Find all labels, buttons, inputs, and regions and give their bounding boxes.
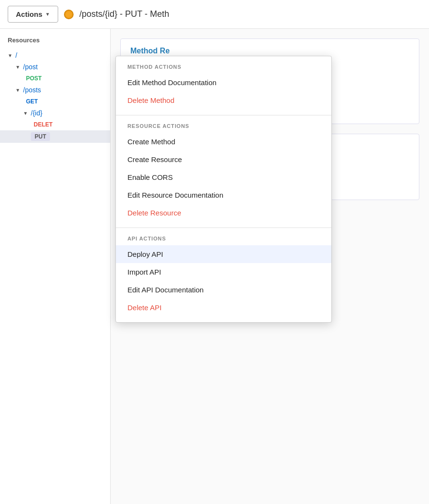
chevron-down-icon: ▼: [23, 111, 29, 116]
sidebar-item-posts[interactable]: ▼ /posts: [0, 84, 110, 96]
actions-dropdown: METHOD ACTIONS Edit Method Documentation…: [115, 56, 332, 323]
chevron-down-icon: ▼: [15, 64, 21, 70]
edit-resource-documentation-button[interactable]: Edit Resource Documentation: [116, 186, 331, 204]
delete-api-button[interactable]: Delete API: [116, 299, 331, 316]
delete-resource-button[interactable]: Delete Resource: [116, 204, 331, 222]
sidebar-item-label: /post: [23, 63, 38, 71]
sidebar-item-post[interactable]: ▼ /post: [0, 61, 110, 73]
sidebar-item-label: /{id}: [31, 109, 42, 117]
method-request-title: Method Re: [130, 47, 409, 55]
sidebar-item-root[interactable]: ▼ /: [0, 50, 110, 61]
status-dot-icon: [64, 10, 74, 19]
edit-api-documentation-button[interactable]: Edit API Documentation: [116, 281, 331, 299]
method-badge-delete: DELET: [31, 121, 55, 128]
method-badge-get: GET: [23, 98, 41, 105]
chevron-down-icon: ▼: [15, 88, 21, 93]
actions-button[interactable]: Actions ▼: [8, 6, 58, 23]
delete-method-button[interactable]: Delete Method: [116, 91, 331, 109]
page-title: /posts/{id} - PUT - Meth: [79, 9, 169, 19]
enable-cors-button[interactable]: Enable CORS: [116, 168, 331, 186]
main-content: Resources ▼ / ▼ /post POST ▼ /posts: [0, 29, 429, 504]
actions-label: Actions: [16, 10, 42, 18]
resource-actions-section: RESOURCE ACTIONS Create Method Create Re…: [116, 115, 331, 228]
create-method-button[interactable]: Create Method: [116, 133, 331, 151]
method-actions-title: METHOD ACTIONS: [116, 62, 331, 74]
create-resource-button[interactable]: Create Resource: [116, 151, 331, 168]
chevron-down-icon: ▼: [8, 53, 13, 58]
import-api-button[interactable]: Import API: [116, 263, 331, 281]
sidebar: Resources ▼ / ▼ /post POST ▼ /posts: [0, 29, 111, 504]
deploy-api-button[interactable]: Deploy API: [116, 245, 331, 263]
api-actions-title: API ACTIONS: [116, 234, 331, 245]
sidebar-item-delete-method[interactable]: DELET: [0, 119, 110, 130]
method-badge-post: POST: [23, 75, 45, 82]
method-badge-put: PUT: [31, 132, 50, 141]
edit-method-documentation-button[interactable]: Edit Method Documentation: [116, 74, 331, 91]
sidebar-title: Resources: [0, 37, 110, 50]
sidebar-item-label: /: [15, 51, 17, 59]
sidebar-item-get-method[interactable]: GET: [0, 96, 110, 107]
method-actions-section: METHOD ACTIONS Edit Method Documentation…: [116, 56, 331, 115]
resource-actions-title: RESOURCE ACTIONS: [116, 121, 331, 133]
chevron-down-icon: ▼: [45, 12, 50, 17]
sidebar-item-post-method[interactable]: POST: [0, 73, 110, 84]
sidebar-item-id[interactable]: ▼ /{id}: [0, 107, 110, 119]
sidebar-item-put-method[interactable]: PUT: [0, 130, 110, 143]
top-bar: Actions ▼ /posts/{id} - PUT - Meth: [0, 0, 429, 29]
api-actions-section: API ACTIONS Deploy API Import API Edit A…: [116, 228, 331, 322]
sidebar-item-label: /posts: [23, 86, 41, 94]
